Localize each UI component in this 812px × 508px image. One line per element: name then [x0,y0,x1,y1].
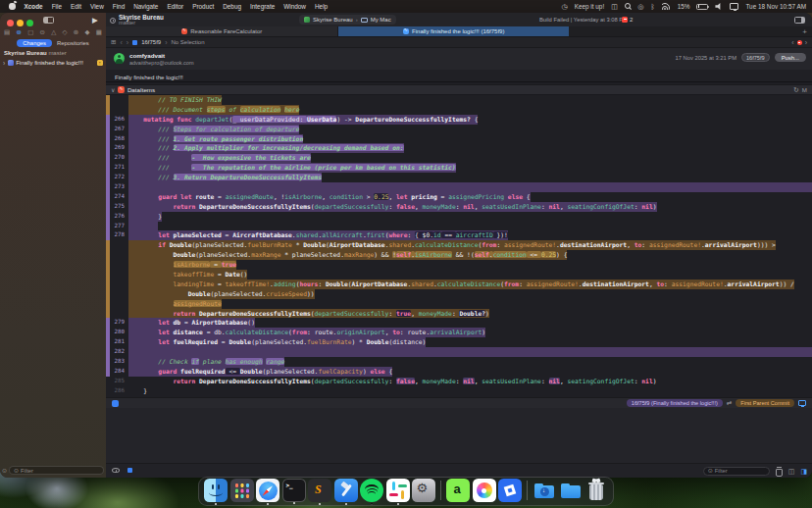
breakpoints-navigator-icon[interactable]: ◆ [85,29,90,36]
menu-editor[interactable]: Editor [167,3,183,10]
version-editor-icon[interactable] [112,400,119,407]
minimize-window-button[interactable] [17,20,24,26]
dock-finder-icon[interactable] [204,479,228,502]
dock-safari-icon[interactable] [256,479,279,502]
tab-changes[interactable]: Changes [17,39,52,47]
dock-green-a-app-icon[interactable] [446,479,470,502]
sidebar-toggle-icon[interactable] [43,17,54,25]
editor-mode-icon[interactable] [127,468,132,473]
commit-date: 17 Nov 2025 at 3:21 PM [675,55,736,61]
menu-find[interactable]: Find [113,3,125,10]
source-control-navigator-icon[interactable]: ⊛ [16,29,21,36]
back-icon[interactable]: ‹ [120,39,122,46]
tests-navigator-icon[interactable]: ◇ [63,29,68,36]
keep-it-up-status[interactable]: Keep it up! [575,3,605,10]
battery-icon[interactable] [696,4,708,10]
dock-terminal-icon[interactable] [282,479,306,502]
jumpbar-commit-hash[interactable]: 16f75f9 [141,39,161,45]
debug-navigator-icon[interactable]: ⊜ [74,29,78,36]
next-issue-icon[interactable]: › [805,39,807,46]
swap-revisions-icon[interactable]: ⇄ [727,399,732,407]
scheme-app-icon [304,17,310,23]
bookmarks-navigator-icon[interactable]: ▢ [27,29,33,36]
screen-record-icon[interactable]: ◎ [637,3,643,10]
dock-xcode-icon[interactable] [334,479,358,502]
dock-spotify-icon[interactable] [360,479,383,502]
menu-bar-clock[interactable]: Tue 18 Nov 10:57 AM [745,3,806,10]
console-pane-icon[interactable]: ◨ [800,468,807,475]
destination-display-icon[interactable] [798,400,806,406]
wifi-icon[interactable] [662,3,671,10]
timer-clock-icon[interactable]: ◷ [562,3,568,10]
tab-commit-selected[interactable]: Finally finished the logic!!! (16f75f9) [338,26,569,36]
scheme-selector[interactable]: Skyrise Bureau › My Mac [299,15,396,25]
dock-downloads-folder-icon[interactable] [533,479,556,502]
issues-navigator-icon[interactable]: △ [51,29,56,36]
filter-scope-icon[interactable]: ⊙ [2,468,7,474]
dock-documents-folder-icon[interactable] [559,479,583,502]
jumpbar-selection[interactable]: No Selection [172,39,205,45]
dock-settings-icon[interactable] [412,479,435,502]
volume-icon[interactable] [715,3,723,10]
menu-file[interactable]: File [52,3,62,10]
variables-pane-icon[interactable]: ◫ [788,468,795,475]
parent-commit-selector[interactable]: First Parent Commit [736,399,794,407]
build-status[interactable]: Build Failed | Yesterday at 3:08 PM [505,17,662,23]
commit-author: comfyadvait [129,52,165,59]
menu-xcode[interactable]: Xcode [25,3,43,10]
related-items-icon[interactable]: ⊞ [111,38,116,46]
code-line: /// Document steps of calculation here [106,105,812,115]
dock-launchpad-icon[interactable] [230,479,254,502]
apple-menu-icon[interactable] [9,3,16,11]
menu-navigate[interactable]: Navigate [133,3,158,10]
dock-trash-icon[interactable] [584,479,608,502]
dock-photos-icon[interactable] [473,479,496,502]
console-filter-field[interactable]: ⊙ Filter [703,467,770,476]
menu-debug[interactable]: Debug [223,3,241,10]
file-section-header[interactable]: ∨ DataItems ↻ M [106,84,812,95]
code-lines[interactable]: // TO FINISH THIW /// Document steps of … [106,95,812,397]
run-button[interactable]: ▶ [92,16,98,25]
destination-icon [361,18,368,23]
quick-look-eye-icon[interactable] [112,468,120,473]
previous-issue-icon[interactable]: ‹ [791,39,793,46]
jumpbar-separator: › [165,39,167,46]
menu-view[interactable]: View [90,3,104,10]
tab-label: Reasonable FareCalculator [190,28,262,34]
add-tab-button[interactable]: + [802,27,807,36]
commit-author-email: advaitthepro@outlook.com [129,60,194,66]
commit-hash-pill[interactable]: 16f75f9 [741,53,770,62]
dock-roblox-icon[interactable] [498,479,522,502]
find-navigator-icon[interactable]: ⊙ [40,29,45,36]
inspector-toggle-icon[interactable] [794,17,805,25]
filter-icon: ⊙ [708,468,713,474]
commit-selector[interactable]: 16f75f9 (Finally finished the logic!!!) [627,399,723,407]
tab-reasonablefarecalculator[interactable]: Reasonable FareCalculator [106,26,338,36]
code-line: isAirborne = true [106,260,812,270]
menu-product[interactable]: Product [192,3,214,10]
forward-icon[interactable]: › [127,39,128,46]
zoom-window-button[interactable] [26,20,33,26]
display-icon[interactable] [730,3,738,10]
sidebar-commit-row[interactable]: › Finally finished the logic!!! ↑ [0,58,106,68]
close-window-button[interactable] [7,20,14,26]
project-navigator-icon[interactable]: ▤ [4,29,10,36]
dock-sublime-icon[interactable] [308,479,331,502]
dock-slack-icon[interactable] [386,479,410,502]
clear-console-trash-icon[interactable] [776,467,783,475]
menu-edit[interactable]: Edit [71,3,81,10]
navigator-filter-field[interactable]: ⊙ Filter [9,466,104,475]
error-badge[interactable]: 2 [622,17,633,23]
reports-navigator-icon[interactable]: ▦ [96,29,102,36]
menu-integrate[interactable]: Integrate [250,3,275,10]
push-button[interactable]: Push... [775,53,806,62]
two-pane-icon[interactable]: ◫ [611,3,618,10]
tab-repositories[interactable]: Repositories [57,40,89,46]
collapse-chevron-icon[interactable]: ∨ [111,86,115,93]
bluetooth-icon[interactable]: ᛒ [650,3,654,10]
refresh-icon[interactable]: ↻ [793,86,799,94]
menu-window[interactable]: Window [283,3,306,10]
disclosure-chevron-icon[interactable]: › [3,60,5,67]
menu-help[interactable]: Help [315,3,328,10]
spotlight-search-icon[interactable] [625,3,632,10]
